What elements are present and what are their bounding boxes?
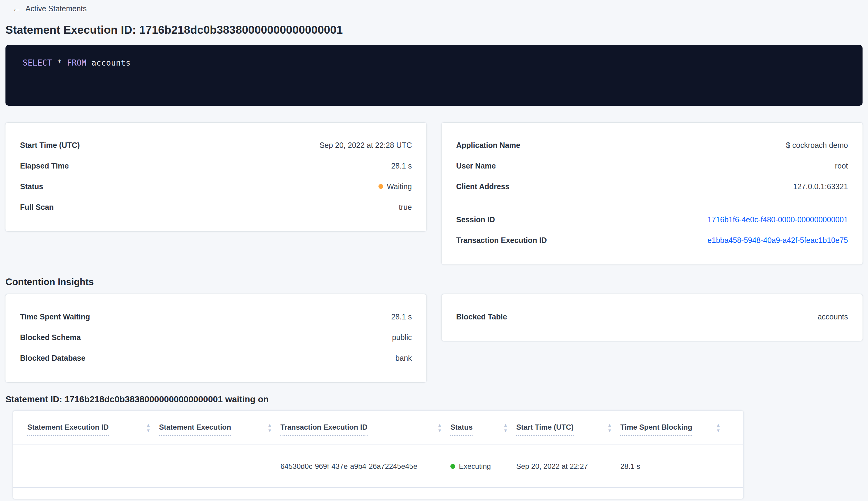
column-header-label[interactable]: Transaction Execution ID bbox=[280, 423, 368, 436]
breadcrumb-label[interactable]: Active Statements bbox=[25, 4, 87, 13]
breadcrumb[interactable]: ← Active Statements bbox=[6, 2, 862, 14]
sort-arrows-icon[interactable]: ▲▼ bbox=[146, 423, 151, 433]
detail-label: Status bbox=[20, 182, 43, 191]
sort-arrows-icon[interactable]: ▲▼ bbox=[437, 423, 442, 433]
detail-value: 127.0.0.1:63321 bbox=[793, 182, 848, 191]
cell-statement-execution-id bbox=[27, 445, 159, 487]
detail-label: User Name bbox=[456, 161, 496, 170]
detail-row-start-time: Start Time (UTC) Sep 20, 2022 at 22:28 U… bbox=[20, 135, 412, 156]
sort-arrows-icon[interactable]: ▲▼ bbox=[267, 423, 272, 433]
page-title: Statement Execution ID: 1716b218dc0b3838… bbox=[6, 24, 862, 36]
detail-value: bank bbox=[395, 354, 412, 363]
sql-statement: SELECT * FROM accounts bbox=[23, 58, 130, 67]
waiting-on-heading: Statement ID: 1716b218dc0b38380000000000… bbox=[6, 394, 862, 404]
column-header-transaction-execution-id[interactable]: Transaction Execution ID ▲▼ bbox=[280, 411, 451, 445]
column-header-start-time[interactable]: Start Time (UTC) ▲▼ bbox=[516, 411, 620, 445]
overview-cards-row: Start Time (UTC) Sep 20, 2022 at 22:28 U… bbox=[6, 122, 862, 265]
column-header-time-spent-blocking[interactable]: Time Spent Blocking ▲▼ bbox=[620, 411, 729, 445]
detail-row-blocked-table: Blocked Table accounts bbox=[456, 306, 848, 327]
detail-value: accounts bbox=[818, 312, 848, 321]
contention-insights-heading: Contention Insights bbox=[6, 277, 862, 288]
detail-row-application-name: Application Name $ cockroach demo bbox=[456, 135, 848, 156]
column-header-statement-execution-id[interactable]: Statement Execution ID ▲▼ bbox=[27, 411, 159, 445]
detail-label: Blocked Schema bbox=[20, 333, 81, 342]
detail-label: Time Spent Waiting bbox=[20, 312, 90, 321]
detail-row-status: Status Waiting bbox=[20, 176, 412, 197]
detail-row-user-name: User Name root bbox=[456, 156, 848, 176]
sql-keyword-select: SELECT bbox=[23, 58, 52, 67]
detail-value: public bbox=[392, 333, 412, 342]
detail-label: Session ID bbox=[456, 215, 495, 224]
table-header-row: Statement Execution ID ▲▼ Statement Exec… bbox=[13, 411, 743, 445]
detail-row-time-spent-waiting: Time Spent Waiting 28.1 s bbox=[20, 306, 412, 327]
detail-value: 28.1 s bbox=[391, 312, 412, 321]
card-divider bbox=[442, 203, 862, 203]
status-dot-orange-icon bbox=[378, 184, 383, 189]
session-id-link[interactable]: 1716b1f6-4e0c-f480-0000-000000000001 bbox=[707, 215, 848, 224]
sort-arrows-icon[interactable]: ▲▼ bbox=[716, 423, 720, 433]
detail-label: Blocked Database bbox=[20, 354, 85, 363]
sql-keyword-from: FROM bbox=[67, 58, 87, 67]
detail-value: root bbox=[835, 161, 848, 170]
detail-value: 28.1 s bbox=[391, 161, 412, 170]
table-row: 64530d0c-969f-437e-a9b4-26a72245e45e Exe… bbox=[13, 445, 743, 488]
session-details-card: Application Name $ cockroach demo User N… bbox=[442, 122, 862, 265]
sort-arrows-icon[interactable]: ▲▼ bbox=[607, 423, 612, 433]
status-value: Waiting bbox=[378, 182, 412, 191]
cell-status: Executing bbox=[451, 445, 516, 487]
statement-details-page: ← Active Statements Statement Execution … bbox=[0, 0, 868, 501]
cell-transaction-execution-id: 64530d0c-969f-437e-a9b4-26a72245e45e bbox=[280, 445, 451, 487]
status-text: Executing bbox=[459, 462, 491, 471]
contention-blocked-table-card: Blocked Table accounts bbox=[442, 294, 862, 341]
detail-value: $ cockroach demo bbox=[786, 141, 848, 150]
column-header-label[interactable]: Start Time (UTC) bbox=[516, 423, 574, 436]
detail-label: Elapsed Time bbox=[20, 161, 69, 170]
detail-row-client-address: Client Address 127.0.0.1:63321 bbox=[456, 176, 848, 197]
detail-label: Client Address bbox=[456, 182, 510, 191]
contention-waiting-card: Time Spent Waiting 28.1 s Blocked Schema… bbox=[6, 294, 426, 382]
column-header-status[interactable]: Status ▲▼ bbox=[451, 411, 516, 445]
cell-start-time: Sep 20, 2022 at 22:27 bbox=[516, 445, 620, 487]
detail-row-full-scan: Full Scan true bbox=[20, 197, 412, 217]
column-header-label[interactable]: Time Spent Blocking bbox=[620, 423, 692, 436]
contention-cards-row: Time Spent Waiting 28.1 s Blocked Schema… bbox=[6, 294, 862, 382]
detail-value: true bbox=[399, 203, 412, 212]
cell-time-spent-blocking: 28.1 s bbox=[620, 445, 729, 487]
cell-statement-execution bbox=[159, 445, 280, 487]
sort-arrows-icon[interactable]: ▲▼ bbox=[503, 423, 508, 433]
table-footer-space bbox=[13, 488, 743, 499]
detail-value: Sep 20, 2022 at 22:28 UTC bbox=[319, 141, 412, 150]
detail-label: Transaction Execution ID bbox=[456, 236, 547, 245]
execution-details-card: Start Time (UTC) Sep 20, 2022 at 22:28 U… bbox=[6, 122, 426, 231]
detail-label: Full Scan bbox=[20, 203, 54, 212]
column-header-statement-execution[interactable]: Statement Execution ▲▼ bbox=[159, 411, 280, 445]
detail-label: Application Name bbox=[456, 141, 520, 150]
detail-label: Start Time (UTC) bbox=[20, 141, 80, 150]
status-text: Waiting bbox=[387, 182, 412, 191]
waiting-statements-table: Statement Execution ID ▲▼ Statement Exec… bbox=[13, 411, 744, 499]
detail-row-elapsed-time: Elapsed Time 28.1 s bbox=[20, 156, 412, 176]
column-header-label[interactable]: Status bbox=[451, 423, 473, 436]
sql-statement-box: SELECT * FROM accounts bbox=[6, 45, 862, 106]
sql-star: * bbox=[57, 58, 62, 67]
column-header-label[interactable]: Statement Execution ID bbox=[27, 423, 109, 436]
detail-row-blocked-database: Blocked Database bank bbox=[20, 348, 412, 368]
detail-row-session-id: Session ID 1716b1f6-4e0c-f480-0000-00000… bbox=[456, 209, 848, 230]
column-header-label[interactable]: Statement Execution bbox=[159, 423, 231, 436]
detail-row-transaction-execution-id: Transaction Execution ID e1bba458-5948-4… bbox=[456, 230, 848, 250]
detail-row-blocked-schema: Blocked Schema public bbox=[20, 327, 412, 348]
back-arrow-icon[interactable]: ← bbox=[12, 4, 21, 13]
transaction-execution-id-link[interactable]: e1bba458-5948-40a9-a42f-5feac1b10e75 bbox=[707, 236, 848, 245]
sql-table-name: accounts bbox=[91, 58, 130, 67]
status-dot-green-icon bbox=[451, 464, 455, 469]
detail-label: Blocked Table bbox=[456, 312, 507, 321]
